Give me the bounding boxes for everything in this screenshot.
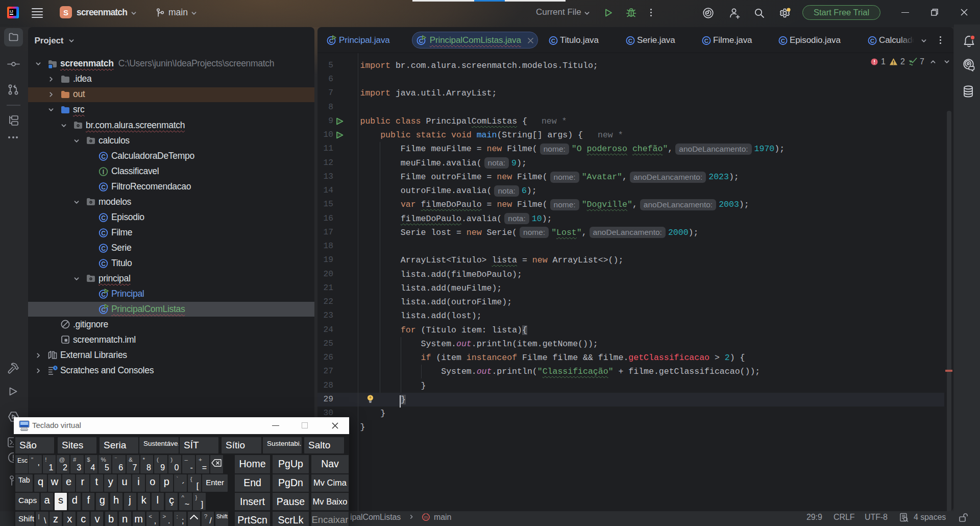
svg-text:C: C: [628, 38, 632, 44]
svg-text:C: C: [101, 230, 106, 237]
svg-text:C: C: [551, 38, 555, 44]
svg-text:C: C: [704, 38, 708, 44]
svg-text:C: C: [101, 214, 106, 222]
svg-text:C: C: [781, 38, 785, 44]
svg-text:C: C: [101, 153, 106, 160]
svg-text:C: C: [101, 260, 106, 268]
svg-text:C: C: [870, 38, 874, 44]
svg-text:m: m: [424, 515, 428, 520]
svg-text:C: C: [101, 245, 106, 252]
svg-text:C: C: [101, 184, 106, 191]
svg-text:I: I: [103, 169, 104, 176]
